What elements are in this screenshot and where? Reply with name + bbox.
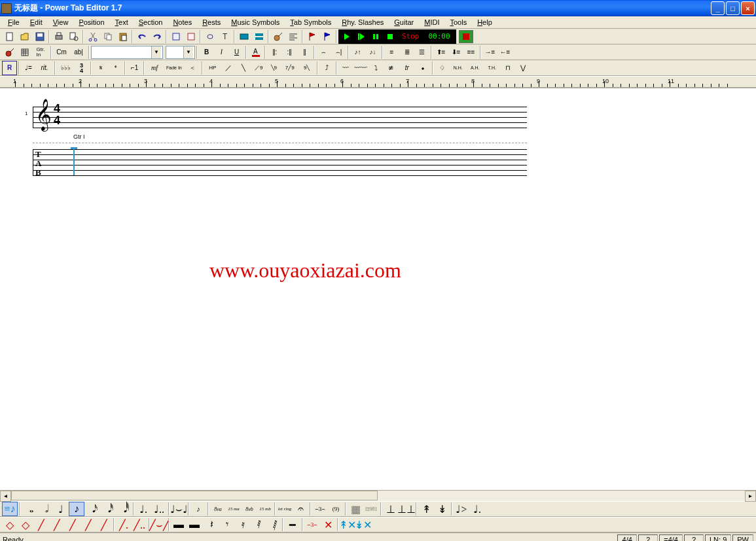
tap-button[interactable]: ⬥ [416, 61, 431, 75]
menu-section[interactable]: Section [134, 17, 168, 27]
tremolo-bar-button[interactable]: ⤵ [369, 61, 384, 75]
slash-32-button[interactable]: ╱ [81, 517, 96, 532]
align-left-button[interactable] [285, 29, 300, 44]
wide-vibrato-button[interactable]: 〰〰 [353, 61, 369, 75]
accent-button[interactable]: ♩> [454, 502, 469, 516]
color-button[interactable]: A [248, 45, 263, 60]
double-dotted-button[interactable]: ♩.. [151, 502, 167, 516]
slash-eighth-button[interactable]: ╱ [49, 517, 65, 532]
ending-button[interactable]: ⌐1 [127, 61, 142, 75]
rest-eighth-button[interactable]: 𝄾 [218, 517, 234, 532]
notation-staff[interactable]: 𝄞 4 4 [33, 101, 527, 133]
slide-7-9-button[interactable]: 7╱9 [281, 61, 298, 75]
slash-sixteenth-button[interactable]: ╱ [65, 517, 81, 532]
print-preview-button[interactable] [66, 29, 81, 44]
eighth-note-button[interactable]: ♪ [69, 502, 84, 516]
ottava-bassa-button[interactable]: 8vb [242, 502, 257, 516]
slash-tie-button[interactable]: ╱⌣╱ [151, 517, 167, 532]
beam-2-button[interactable]: ≣ [399, 45, 414, 60]
redo-button[interactable] [149, 29, 164, 44]
print-button[interactable] [51, 29, 66, 44]
text-ab-button[interactable]: ab| [70, 45, 87, 60]
repeat-start-button[interactable]: ‖: [267, 45, 282, 60]
indent-dec-button[interactable]: ←≡ [497, 45, 513, 60]
lines-up-button[interactable]: ⬆≡ [433, 45, 448, 60]
harmonic-th-button[interactable]: T.H. [484, 61, 501, 75]
tie-end-button[interactable]: ⌢| [331, 45, 346, 60]
repeat-end-button[interactable]: :‖ [282, 45, 297, 60]
guitar-red-button[interactable] [2, 45, 17, 60]
rest-sixteenth-button[interactable]: 𝄿 [234, 517, 249, 532]
dynamic-mf-button[interactable]: mf [146, 61, 163, 75]
bold-button[interactable]: B [199, 45, 214, 60]
menu-midi[interactable]: MIDI [419, 17, 444, 27]
menu-text[interactable]: Text [110, 17, 134, 27]
time-sig-button[interactable]: 34 [74, 61, 89, 75]
slide-up9-button[interactable]: ／9 [251, 61, 266, 75]
chord-grid-button[interactable] [17, 45, 32, 60]
sixteenth-note-button[interactable]: 𝅘𝅥𝅯 [84, 502, 100, 516]
quindicesima-button[interactable]: 15 ma [226, 502, 242, 516]
minimize-button[interactable]: _ [711, 1, 725, 15]
harmonic-nh-button[interactable]: N.H. [450, 61, 467, 75]
arpeggio-down-button[interactable]: ↡ [434, 502, 450, 516]
barline-button[interactable]: ‖ [297, 45, 312, 60]
rit-button[interactable]: rit. [36, 61, 53, 75]
fret-pos-button[interactable]: ⊡981 [363, 502, 379, 516]
slash-64-button[interactable]: ╱ [96, 517, 112, 532]
beam-3-button[interactable]: ☰ [414, 45, 429, 60]
tempo-button[interactable]: ♩= [21, 61, 36, 75]
pick-up-button[interactable]: ⋁ [516, 61, 531, 75]
crescendo-button[interactable]: ＜ [185, 61, 200, 75]
staccato-button[interactable]: ♩. [469, 502, 485, 516]
font-family-select[interactable]: ▼ [91, 46, 163, 59]
view-2-button[interactable] [251, 29, 266, 44]
show-staff-button[interactable]: ≡♪ [2, 502, 18, 516]
menu-rhy-slashes[interactable]: Rhy. Slashes [336, 17, 389, 27]
rest-whole-button[interactable]: ▬ [171, 517, 187, 532]
slide-up-button[interactable]: ／ [221, 61, 236, 75]
triplet-button[interactable]: ⌢3⌢ [312, 502, 328, 516]
palm-mute-button[interactable]: ⊥ [383, 502, 399, 516]
cut-button[interactable] [85, 29, 100, 44]
menu-position[interactable]: Position [73, 17, 109, 27]
menu-edit[interactable]: Edit [25, 17, 48, 27]
slash-whole-button[interactable]: ◇ [2, 517, 18, 532]
ottava-button[interactable]: 8va [210, 502, 226, 516]
dotted-button[interactable]: ♩. [135, 502, 151, 516]
indent-inc-button[interactable]: →≡ [482, 45, 497, 60]
slide-down-button[interactable]: ╲ [236, 61, 251, 75]
tremolo-pick-button[interactable]: ≢ [384, 61, 399, 75]
save-button[interactable] [32, 29, 47, 44]
new-button[interactable] [2, 29, 17, 44]
hp-button[interactable]: HP [204, 61, 221, 75]
guitar-button[interactable] [270, 29, 285, 44]
whole-note-button[interactable]: 𝅝 [22, 502, 37, 516]
rest-32-button[interactable]: 𝅀 [249, 517, 265, 532]
close-button[interactable]: × [741, 1, 755, 15]
underline-button[interactable]: U [229, 45, 244, 60]
harmonic-nat-button[interactable]: ♢ [435, 61, 450, 75]
slash-ddotted-button[interactable]: ╱.. [132, 517, 147, 532]
grace-note-button[interactable]: ♪ [190, 502, 206, 516]
stem-down-button[interactable]: ♪↓ [365, 45, 380, 60]
slash-half-button[interactable]: ◇ [18, 517, 33, 532]
fermata-button[interactable]: 𝄐 [293, 502, 308, 516]
open-button[interactable] [17, 29, 32, 44]
bend-button[interactable]: ⤴ [319, 61, 334, 75]
tie-over-button[interactable]: ⌢ [316, 45, 331, 60]
rest-quarter-button[interactable]: 𝄽 [202, 517, 218, 532]
undo-button[interactable] [134, 29, 149, 44]
sixtyfourth-note-button[interactable]: 𝅘𝅥𝅱 [116, 502, 132, 516]
arpeggio-up-button[interactable]: ↟ [418, 502, 434, 516]
ghost-note-button[interactable]: (9) [328, 502, 344, 516]
rest-64-button[interactable]: 𝅁 [265, 517, 281, 532]
scroll-right-button[interactable]: ► [745, 491, 756, 502]
menu-file[interactable]: File [3, 17, 25, 27]
fade-in-button[interactable]: Fade In [163, 61, 185, 75]
lines-split-button[interactable]: ≡≡ [463, 45, 478, 60]
palm-mute-2-button[interactable]: ⊥⊥ [399, 502, 414, 516]
beam-1-button[interactable]: ≡ [384, 45, 399, 60]
stop-button[interactable] [384, 31, 397, 43]
rehearsal-button[interactable]: R [2, 61, 17, 75]
